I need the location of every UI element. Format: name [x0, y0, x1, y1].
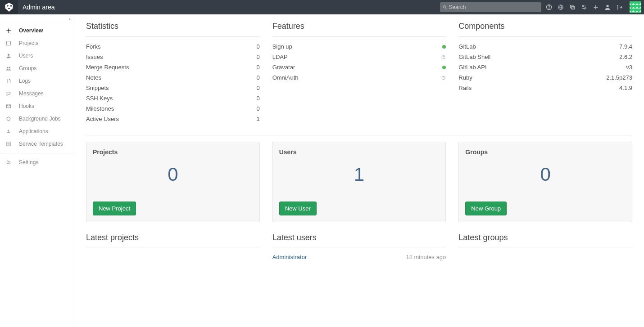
svg-point-9: [582, 5, 584, 7]
stat-label: Issues: [86, 54, 103, 60]
stat-row: Milestones0: [86, 103, 260, 114]
service-templates-icon: [5, 141, 12, 147]
latest-users-column: Latest users Administrator18 minutes ago: [272, 228, 446, 267]
svg-point-24: [7, 161, 8, 162]
projects-card-title: Projects: [93, 148, 253, 156]
avatar[interactable]: [630, 1, 641, 13]
latest-projects-heading: Latest projects: [86, 228, 260, 247]
svg-rect-23: [7, 142, 10, 146]
stat-row: Active Users1: [86, 114, 260, 124]
stat-row: Notes0: [86, 72, 260, 83]
sidebar-item-settings[interactable]: Settings: [0, 156, 74, 169]
users-card-title: Users: [279, 148, 440, 156]
statistics-heading: Statistics: [86, 22, 260, 36]
copy-icon[interactable]: [569, 4, 576, 10]
sidebar-item-groups[interactable]: Groups: [0, 62, 74, 75]
latest-user-link[interactable]: Administrator: [272, 254, 307, 260]
new-group-button[interactable]: New Group: [465, 202, 507, 215]
sidebar-divider: [0, 153, 74, 153]
sidebar-item-messages[interactable]: Messages: [0, 87, 74, 100]
latest-groups-heading: Latest groups: [458, 228, 632, 247]
latest-groups-column: Latest groups: [458, 228, 632, 267]
sidebar-item-service-templates[interactable]: Service Templates: [0, 138, 74, 150]
sliders-icon[interactable]: [581, 4, 587, 10]
new-user-button[interactable]: New User: [279, 202, 317, 215]
status-off-icon: [441, 54, 446, 59]
page-title: Admin area: [23, 4, 440, 11]
stat-value: 0: [256, 74, 259, 81]
feature-row: LDAP: [272, 52, 446, 62]
svg-line-3: [445, 8, 446, 9]
component-row: Rails4.1.9: [458, 83, 632, 93]
status-off-icon: [441, 75, 446, 80]
svg-point-13: [6, 30, 7, 31]
svg-point-12: [8, 30, 9, 31]
stat-row: Issues0: [86, 52, 260, 62]
sidebar-item-overview[interactable]: Overview: [0, 24, 74, 37]
plus-icon[interactable]: [593, 4, 599, 10]
collapse-sidebar-button[interactable]: ‹: [0, 14, 74, 24]
sidebar-item-projects[interactable]: Projects: [0, 37, 74, 49]
latest-user-row: Administrator18 minutes ago: [272, 247, 446, 267]
svg-rect-17: [7, 41, 11, 45]
svg-point-18: [8, 54, 10, 56]
projects-count: 0: [93, 164, 253, 185]
sidebar-item-background-jobs[interactable]: Background Jobs: [0, 112, 74, 125]
stat-row: Merge Requests0: [86, 62, 260, 72]
status-on-icon: [442, 45, 446, 49]
sidebar-item-label: Service Templates: [19, 141, 63, 147]
component-value: 2.1.5p273: [606, 74, 632, 81]
latest-users-heading: Latest users: [272, 228, 446, 247]
component-label: GitLab API: [458, 64, 486, 71]
component-row: GitLab7.9.4: [458, 41, 632, 52]
sidebar-item-users[interactable]: Users: [0, 49, 74, 62]
status-on-icon: [442, 66, 446, 69]
stat-value: 0: [256, 54, 259, 60]
components-column: Components GitLab7.9.4GitLab Shell2.6.2G…: [458, 22, 632, 124]
stat-value: 0: [256, 105, 259, 112]
gitlab-logo[interactable]: [0, 0, 18, 14]
users-count: 1: [279, 164, 440, 185]
background-jobs-icon: [5, 116, 12, 121]
users-card: Users 1 New User: [272, 142, 446, 222]
svg-point-0: [7, 5, 8, 7]
stat-label: Notes: [86, 74, 101, 81]
svg-point-11: [606, 5, 608, 7]
sidebar-item-label: Logs: [19, 78, 31, 84]
sidebar-item-logs[interactable]: Logs: [0, 75, 74, 87]
search-input[interactable]: [449, 4, 539, 10]
component-value: 2.6.2: [619, 54, 632, 60]
search-box[interactable]: [440, 2, 541, 12]
groups-card: Groups 0 New Group: [458, 142, 632, 222]
top-icons: [546, 1, 644, 13]
stat-value: 0: [256, 64, 259, 71]
feature-row: OmniAuth: [272, 72, 446, 83]
sidebar-item-label: Hooks: [19, 103, 34, 109]
stat-row: SSH Keys0: [86, 93, 260, 103]
component-label: GitLab: [458, 43, 476, 50]
features-column: Features Sign upLDAPGravatarOmniAuth: [272, 22, 446, 124]
sidebar-item-hooks[interactable]: Hooks: [0, 100, 74, 112]
svg-point-19: [7, 67, 9, 69]
component-row: GitLab Shell2.6.2: [458, 52, 632, 62]
svg-point-5: [549, 9, 549, 9]
signout-icon[interactable]: [616, 4, 622, 10]
help-icon[interactable]: [546, 4, 552, 10]
projects-card: Projects 0 New Project: [86, 142, 260, 222]
sidebar-item-label: Users: [19, 53, 33, 59]
user-icon[interactable]: [604, 4, 611, 10]
component-label: Ruby: [458, 74, 472, 81]
globe-icon[interactable]: [558, 4, 564, 10]
stat-label: Active Users: [86, 116, 119, 122]
latest-projects-column: Latest projects: [86, 228, 260, 267]
sidebar-item-label: Messages: [19, 90, 44, 97]
svg-point-15: [8, 28, 9, 29]
sidebar-item-label: Settings: [19, 159, 38, 166]
stat-row: Forks0: [86, 41, 260, 52]
sidebar-item-label: Background Jobs: [19, 116, 61, 122]
messages-icon: [5, 91, 12, 96]
new-project-button[interactable]: New Project: [93, 202, 136, 215]
sidebar-item-applications[interactable]: Applications: [0, 125, 74, 138]
components-heading: Components: [458, 22, 632, 36]
feature-label: LDAP: [272, 54, 288, 60]
